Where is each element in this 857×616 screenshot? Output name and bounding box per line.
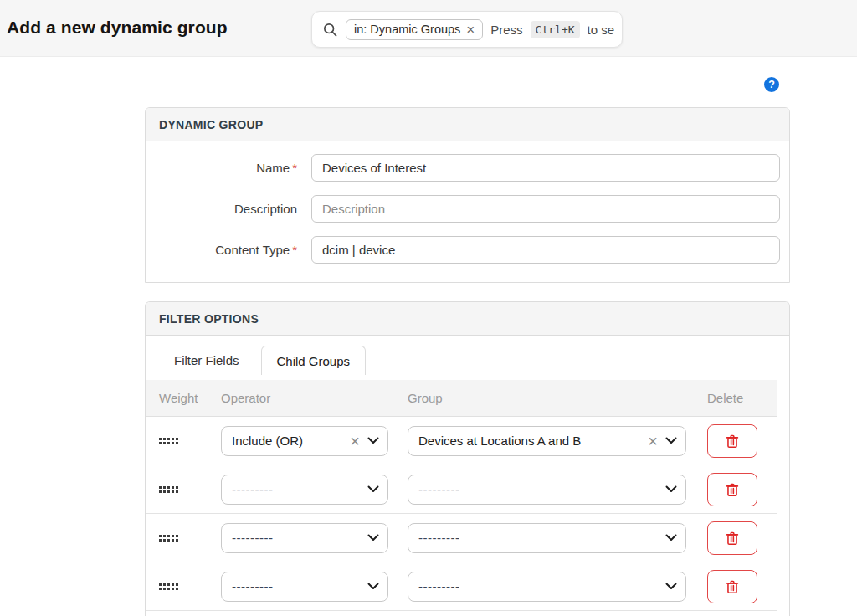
column-header-weight: Weight: [146, 391, 221, 405]
column-header-delete: Delete: [707, 391, 777, 405]
drag-handle-icon[interactable]: [159, 438, 178, 444]
search-hint-suffix: to se: [588, 23, 615, 37]
required-marker: *: [292, 161, 297, 175]
required-marker: *: [292, 243, 297, 257]
tab-child-groups[interactable]: Child Groups: [261, 346, 367, 375]
drag-handle-icon[interactable]: [159, 535, 178, 542]
search-hint-press: Press: [490, 23, 522, 37]
clear-icon[interactable]: ×: [350, 433, 360, 449]
operator-select[interactable]: ---------: [221, 572, 388, 602]
table-row: --------- ---------: [146, 465, 777, 514]
chevron-down-icon: [367, 534, 379, 542]
group-select[interactable]: Devices at Locations A and B ×: [408, 426, 686, 456]
chevron-down-icon: [665, 583, 677, 590]
delete-row-button[interactable]: [707, 521, 757, 555]
top-header-bar: Add a new dynamic group in: Dynamic Grou…: [0, 0, 857, 57]
description-label: Description: [146, 202, 311, 216]
description-field-row: Description: [146, 195, 789, 223]
clear-icon[interactable]: ×: [648, 433, 658, 449]
drag-handle-icon[interactable]: [159, 583, 178, 590]
group-select[interactable]: ---------: [408, 572, 686, 602]
operator-select[interactable]: ---------: [221, 475, 388, 505]
group-select[interactable]: ---------: [408, 523, 686, 553]
operator-select[interactable]: ---------: [221, 523, 388, 553]
delete-row-button[interactable]: [707, 473, 757, 506]
name-field[interactable]: [311, 154, 780, 182]
name-field-row: Name*: [146, 154, 789, 182]
search-icon: [322, 22, 338, 38]
operator-select-value: ---------: [232, 531, 273, 545]
trash-icon: [723, 431, 742, 451]
trash-icon: [723, 577, 742, 597]
search-filter-tag[interactable]: in: Dynamic Groups ×: [346, 19, 483, 40]
dynamic-group-panel-title: DYNAMIC GROUP: [146, 108, 789, 141]
global-search-input[interactable]: in: Dynamic Groups × Press Ctrl+K to se: [311, 11, 623, 48]
search-filter-tag-label: in: Dynamic Groups: [354, 23, 460, 36]
ctrl-k-kbd: Ctrl+K: [531, 21, 580, 38]
chevron-down-icon: [367, 583, 379, 590]
filter-tabs: Filter Fields Child Groups: [159, 346, 789, 375]
content-type-field[interactable]: [311, 236, 780, 264]
delete-row-button[interactable]: [707, 424, 757, 458]
child-groups-table: Weight Operator Group Delete Include (OR…: [146, 380, 777, 611]
group-select-value: ---------: [418, 531, 459, 545]
tab-filter-fields[interactable]: Filter Fields: [159, 346, 254, 375]
trash-icon: [723, 480, 742, 500]
trash-icon: [723, 528, 742, 548]
filter-options-panel-title: FILTER OPTIONS: [146, 302, 789, 336]
operator-select-value: ---------: [232, 579, 273, 593]
content-type-field-row: Content Type*: [146, 236, 789, 264]
delete-row-button[interactable]: [707, 570, 757, 603]
table-row: --------- ---------: [146, 514, 777, 562]
chevron-down-icon: [665, 437, 677, 444]
description-field[interactable]: [311, 195, 780, 223]
dynamic-group-panel: DYNAMIC GROUP Name* Description Content …: [145, 107, 790, 283]
group-select-value: ---------: [418, 579, 459, 593]
chevron-down-icon: [665, 534, 677, 542]
content-type-label: Content Type*: [146, 243, 311, 257]
table-row: --------- ---------: [146, 562, 777, 611]
table-header-row: Weight Operator Group Delete: [146, 380, 777, 417]
drag-handle-icon[interactable]: [159, 486, 178, 493]
page-title: Add a new dynamic group: [7, 18, 228, 38]
column-header-operator: Operator: [221, 391, 408, 405]
table-row: Include (OR) × Devices at Locations A an…: [146, 417, 777, 465]
help-icon[interactable]: ?: [764, 77, 779, 92]
column-header-group: Group: [408, 391, 707, 405]
operator-select[interactable]: Include (OR) ×: [221, 426, 388, 456]
chevron-down-icon: [367, 437, 379, 444]
page: Add a new dynamic group in: Dynamic Grou…: [0, 0, 857, 616]
group-select-value: Devices at Locations A and B: [418, 434, 581, 448]
group-select[interactable]: ---------: [408, 475, 686, 505]
filter-options-panel: FILTER OPTIONS Filter Fields Child Group…: [145, 301, 790, 616]
operator-select-value: Include (OR): [232, 434, 303, 448]
operator-select-value: ---------: [232, 482, 273, 496]
remove-filter-icon[interactable]: ×: [466, 23, 475, 37]
group-select-value: ---------: [418, 482, 459, 496]
chevron-down-icon: [665, 485, 677, 493]
chevron-down-icon: [367, 485, 379, 493]
name-label: Name*: [146, 161, 311, 175]
